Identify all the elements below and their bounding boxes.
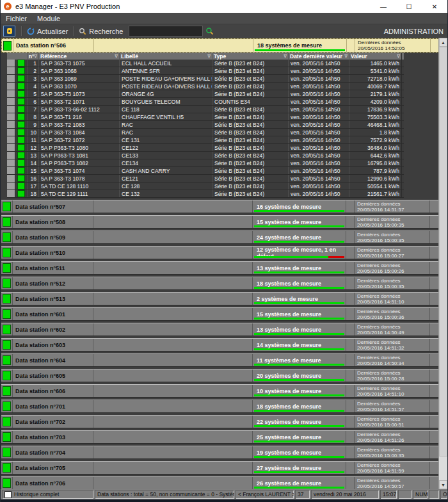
- station-name[interactable]: Data station n°511: [13, 262, 93, 274]
- filter-icon[interactable]: ∇: [207, 54, 211, 59]
- close-button[interactable]: ✕: [422, 0, 447, 13]
- row-selector-cell[interactable]: [7, 106, 15, 113]
- header-date[interactable]: Date dernière valeur∇: [289, 53, 349, 60]
- station-row[interactable]: Data station n°602 13 systèmes de mesure…: [1, 323, 439, 336]
- station-name[interactable]: Data station n°509: [13, 231, 93, 243]
- row-selector-cell[interactable]: [7, 144, 15, 151]
- scrollbar-thumb[interactable]: [439, 47, 447, 457]
- filter-icon[interactable]: ∇: [284, 54, 287, 59]
- row-selector-cell[interactable]: [7, 90, 15, 97]
- row-selector-cell[interactable]: [7, 60, 15, 67]
- lock-tool-button[interactable]: [3, 26, 15, 36]
- header-libelle[interactable]: Libellé∇: [120, 53, 212, 60]
- station-row[interactable]: Data station n°704 19 systèmes de mesure…: [1, 446, 439, 459]
- station-row[interactable]: Data station n°510 12 systèmes de mesure…: [1, 246, 439, 259]
- filter-icon[interactable]: ∇: [397, 54, 400, 59]
- station-row[interactable]: Data station n°512 18 systèmes de mesure…: [1, 277, 439, 290]
- table-row[interactable]: 11 5A P 363-T2 1072 CE 131 Série B (B23 …: [7, 136, 404, 144]
- table-row[interactable]: 8 5A P 363-T1 216 CHAUFFAGE VENTIL H5 Sé…: [7, 113, 404, 121]
- station-row[interactable]: Data station n°509 24 systèmes de mesure…: [1, 231, 439, 244]
- station-name[interactable]: Data station n°507: [13, 200, 93, 213]
- station-name[interactable]: Data station n°602: [13, 323, 93, 336]
- station-name[interactable]: Data station n°506: [13, 39, 94, 52]
- station-name[interactable]: Data station n°704: [13, 446, 93, 458]
- row-selector-cell[interactable]: [7, 136, 15, 143]
- station-name[interactable]: Data station n°603: [13, 339, 93, 351]
- filter-icon[interactable]: ∇: [115, 54, 118, 59]
- row-selector-cell[interactable]: [7, 67, 15, 74]
- station-row[interactable]: Data station n°706 26 systèmes de mesure…: [1, 476, 439, 489]
- header-num[interactable]: n°∇: [28, 53, 39, 60]
- station-name[interactable]: Data station n°702: [13, 416, 93, 428]
- table-row[interactable]: 1 5A P 363-T3 1075 ECL HALL ACCUEIL Séri…: [7, 60, 404, 67]
- scroll-down-button[interactable]: ▼: [439, 480, 447, 489]
- historique-checkbox[interactable]: [4, 491, 12, 498]
- row-selector-cell[interactable]: [7, 190, 15, 197]
- table-row[interactable]: 16 5A P 363-T3 1078 CE121 Série B (B23 e…: [7, 175, 404, 182]
- station-row[interactable]: Data station n°606 10 systèmes de mesure…: [1, 384, 439, 398]
- station-name[interactable]: Data station n°601: [13, 308, 93, 320]
- table-row[interactable]: 2 5A P 363 1068 ANTENNE SFR Série B (B23…: [7, 67, 404, 75]
- table-row[interactable]: 17 5A TD CE 128 1110 CE 128 Série B (B23…: [7, 182, 404, 190]
- station-row[interactable]: Data station n°702 22 systèmes de mesure…: [1, 415, 439, 428]
- header-reference[interactable]: Référence∇: [39, 53, 120, 60]
- header-type[interactable]: Type∇: [212, 53, 289, 60]
- row-selector-cell[interactable]: [7, 98, 15, 105]
- table-row[interactable]: 12 5A P P363-T3 1080 CE122 Série B (B23 …: [7, 144, 404, 152]
- station-name[interactable]: Data station n°705: [13, 462, 93, 474]
- table-row[interactable]: 10 5A P 363-T3 1084 RAC Série B (B23 et …: [7, 129, 404, 136]
- table-row[interactable]: 5 5A P 363-T3 1073 ORANGE 4G Série B (B2…: [7, 90, 404, 98]
- filter-icon[interactable]: ∇: [34, 54, 37, 59]
- station-row[interactable]: Data station n°601 15 systèmes de mesure…: [1, 307, 439, 321]
- actualiser-button[interactable]: Actualiser: [24, 28, 70, 35]
- table-row[interactable]: 15 5A P 363-T3 1074 CASH AND CARRY Série…: [7, 167, 404, 175]
- menu-module[interactable]: Module: [32, 15, 65, 22]
- row-selector-cell[interactable]: [7, 167, 15, 174]
- minimize-button[interactable]: —: [371, 0, 396, 13]
- search-input[interactable]: [129, 26, 203, 36]
- filter-icon[interactable]: ∇: [344, 54, 348, 59]
- scroll-up-button[interactable]: ▲: [439, 38, 447, 47]
- table-row[interactable]: 14 5A P P363-T3 1082 CE134 Série B (B23 …: [7, 159, 404, 167]
- maximize-button[interactable]: ☐: [396, 0, 422, 13]
- row-selector-cell[interactable]: [7, 113, 15, 120]
- row-selector-cell[interactable]: [7, 83, 15, 90]
- station-name[interactable]: Data station n°512: [13, 277, 93, 289]
- historique-cell[interactable]: Historique complet: [2, 490, 93, 499]
- menu-fichier[interactable]: Fichier: [1, 15, 32, 22]
- station-row[interactable]: Data station n°508 15 systèmes de mesure…: [1, 215, 439, 229]
- row-selector-cell[interactable]: [7, 121, 15, 128]
- table-row[interactable]: 3 5A P 363 1069 POSTE RIDEAU GA+DIVERS H…: [7, 75, 404, 83]
- station-row[interactable]: Data station n°513 2 systèmes de mesure …: [1, 292, 439, 305]
- station-name[interactable]: Data station n°513: [13, 293, 93, 305]
- station-name[interactable]: Data station n°703: [13, 431, 93, 443]
- table-row[interactable]: 9 5A P 363-T2 1083 RAC Série B (B23 et B…: [7, 121, 404, 129]
- table-row[interactable]: 7 5A P 363-T3-66-02 1112 CE 118 Série B …: [7, 106, 404, 113]
- station-header-506[interactable]: Data station n°506 18 systèmes de mesure…: [1, 38, 439, 53]
- vertical-scrollbar[interactable]: ▲ ▼: [438, 38, 447, 489]
- station-name[interactable]: Data station n°604: [13, 354, 93, 366]
- row-selector-cell[interactable]: [7, 175, 15, 182]
- row-selector-cell[interactable]: [7, 152, 15, 159]
- table-row[interactable]: 4 5A P 363 1070 POSTE RIDEAU GA+DIVERS H…: [7, 83, 404, 90]
- row-selector-cell[interactable]: [7, 129, 15, 136]
- station-name[interactable]: Data station n°508: [13, 216, 93, 228]
- station-row[interactable]: Data station n°507 16 systèmes de mesure…: [1, 200, 439, 213]
- station-row[interactable]: Data station n°604 11 systèmes de mesure…: [1, 353, 439, 367]
- station-row[interactable]: Data station n°705 27 systèmes de mesure…: [1, 461, 439, 474]
- table-row[interactable]: 13 5A P P363-T3 1081 CE133 Série B (B23 …: [7, 152, 404, 159]
- search-go-button[interactable]: [205, 27, 214, 35]
- row-selector-cell[interactable]: [7, 159, 15, 166]
- station-row[interactable]: Data station n°603 14 systèmes de mesure…: [1, 338, 439, 352]
- header-valeur[interactable]: Valeur∇: [349, 53, 402, 60]
- station-name[interactable]: Data station n°706: [13, 477, 93, 489]
- table-row[interactable]: 6 5A P 363-T2 1071 BOUYGUES TELECOM COUN…: [7, 98, 404, 106]
- station-row[interactable]: Data station n°701 18 systèmes de mesure…: [1, 400, 439, 413]
- station-row[interactable]: Data station n°703 25 systèmes de mesure…: [1, 430, 439, 444]
- station-name[interactable]: Data station n°510: [13, 247, 93, 259]
- station-row[interactable]: Data station n°511 13 systèmes de mesure…: [1, 261, 439, 275]
- station-name[interactable]: Data station n°701: [13, 400, 93, 412]
- station-row[interactable]: Data station n°605 20 systèmes de mesure…: [1, 369, 439, 382]
- row-selector-cell[interactable]: [7, 182, 15, 190]
- station-name[interactable]: Data station n°605: [13, 369, 93, 382]
